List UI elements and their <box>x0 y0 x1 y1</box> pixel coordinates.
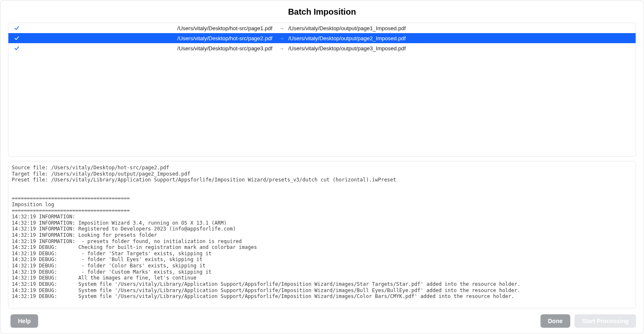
footer-bar: Help Done Start Processing <box>0 308 644 334</box>
checkmark-icon <box>8 25 25 31</box>
source-path: /Users/vitaly/Desktop/hot-src/page2.pdf <box>25 35 277 41</box>
checkmark-icon <box>8 45 25 51</box>
arrow-right-icon: → <box>277 45 287 52</box>
checkmark-icon <box>8 35 25 41</box>
target-path: /Users/vitaly/Desktop/output/page1_Impos… <box>287 25 636 31</box>
file-list[interactable]: /Users/vitaly/Desktop/hot-src/page1.pdf→… <box>8 23 636 157</box>
arrow-right-icon: → <box>277 25 287 31</box>
log-panel[interactable]: Source file: /Users/vitaly/Desktop/hot-s… <box>8 161 636 308</box>
file-row[interactable]: /Users/vitaly/Desktop/hot-src/page3.pdf→… <box>8 43 636 53</box>
file-row[interactable]: /Users/vitaly/Desktop/hot-src/page2.pdf→… <box>8 33 636 43</box>
target-path: /Users/vitaly/Desktop/output/page3_Impos… <box>287 45 636 52</box>
file-row[interactable]: /Users/vitaly/Desktop/hot-src/page1.pdf→… <box>8 23 636 33</box>
start-processing-button: Start Processing <box>574 314 636 328</box>
source-path: /Users/vitaly/Desktop/hot-src/page1.pdf <box>25 25 277 31</box>
target-path: /Users/vitaly/Desktop/output/page2_Impos… <box>287 35 636 41</box>
source-path: /Users/vitaly/Desktop/hot-src/page3.pdf <box>25 45 277 52</box>
log-output: Source file: /Users/vitaly/Desktop/hot-s… <box>12 165 632 300</box>
done-button[interactable]: Done <box>541 314 570 328</box>
page-title: Batch Imposition <box>0 0 644 21</box>
help-button[interactable]: Help <box>10 314 38 328</box>
arrow-right-icon: → <box>277 35 287 41</box>
batch-imposition-window: Batch Imposition /Users/vitaly/Desktop/h… <box>0 0 644 334</box>
